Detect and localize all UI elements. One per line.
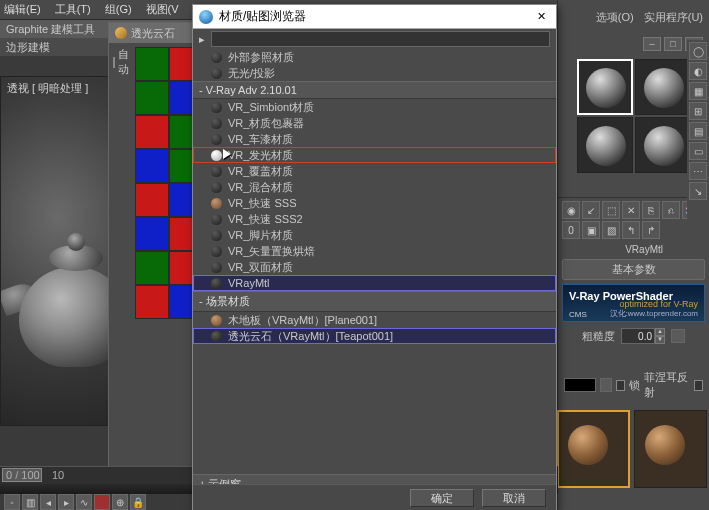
- spin-up-icon[interactable]: ▲: [655, 328, 665, 336]
- show-end-icon[interactable]: ▨: [602, 221, 620, 239]
- roughness-map-button[interactable]: [671, 329, 685, 343]
- make-copy-icon[interactable]: ⎘: [642, 201, 660, 219]
- options-icon[interactable]: ⋯: [689, 162, 707, 180]
- sample-type-icon[interactable]: ◯: [689, 42, 707, 60]
- xyz-lock-icon[interactable]: ⊕: [112, 494, 128, 510]
- material-item[interactable]: VR_双面材质: [193, 259, 556, 275]
- menu-util[interactable]: 实用程序(U): [644, 10, 703, 25]
- sample-slot-2[interactable]: [577, 117, 633, 173]
- material-item-label: VR_覆盖材质: [228, 164, 293, 179]
- reset-icon[interactable]: ✕: [622, 201, 640, 219]
- thumbnail-1[interactable]: [634, 410, 707, 488]
- color-swatch[interactable]: [135, 251, 169, 285]
- roughness-input[interactable]: [621, 328, 655, 344]
- material-item[interactable]: VR_材质包裹器: [193, 115, 556, 131]
- get-material-icon[interactable]: ◉: [562, 201, 580, 219]
- color-swatch[interactable]: [135, 47, 169, 81]
- key-filters-icon[interactable]: ▥: [22, 494, 38, 510]
- sample-slot-0[interactable]: [577, 59, 633, 115]
- menu-edit[interactable]: 编辑(E): [4, 2, 41, 17]
- material-item[interactable]: VR_脚片材质: [193, 227, 556, 243]
- backlight-icon[interactable]: ◐: [689, 62, 707, 80]
- assign-icon[interactable]: ⬚: [602, 201, 620, 219]
- material-item[interactable]: VR_快速 SSS: [193, 195, 556, 211]
- maximize-button[interactable]: □: [664, 37, 682, 51]
- expand-icon[interactable]: ▸: [199, 33, 211, 46]
- thumbnail-0[interactable]: [557, 410, 630, 488]
- material-item[interactable]: VRayMtl: [193, 275, 556, 291]
- menu-views[interactable]: 视图(V: [146, 2, 179, 17]
- material-item-label: VR_发光材质: [228, 148, 293, 163]
- menu-options[interactable]: 选项(O): [596, 10, 634, 25]
- material-item-label: VR_脚片材质: [228, 228, 293, 243]
- scene-material-item[interactable]: 透光云石（VRayMtl）[Teapot001]: [193, 328, 556, 344]
- roughness-spinner[interactable]: ▲▼: [621, 328, 665, 344]
- color-swatch[interactable]: [135, 217, 169, 251]
- menu-group[interactable]: 组(G): [105, 2, 132, 17]
- material-item[interactable]: VR_快速 SSS2: [193, 211, 556, 227]
- material-sphere-icon: [211, 134, 222, 145]
- minimize-button[interactable]: –: [643, 37, 661, 51]
- fresnel-checkbox[interactable]: [694, 380, 703, 391]
- rollout-basic[interactable]: 基本参数: [562, 259, 705, 280]
- tab-poly[interactable]: 边形建模: [6, 40, 50, 55]
- material-item[interactable]: VR_覆盖材质: [193, 163, 556, 179]
- lock-checkbox[interactable]: [616, 380, 625, 391]
- material-item[interactable]: 外部参照材质: [193, 49, 556, 65]
- fresnel-row: 锁 菲涅耳反射: [564, 370, 703, 400]
- prev-key-icon[interactable]: ◂: [40, 494, 56, 510]
- color-swatch[interactable]: [135, 81, 169, 115]
- close-button[interactable]: ✕: [532, 8, 550, 26]
- reflect-map-button[interactable]: [600, 378, 612, 392]
- go-parent-icon[interactable]: ↰: [622, 221, 640, 239]
- material-item-label: VR_材质包裹器: [228, 116, 304, 131]
- material-sphere-icon: [211, 331, 222, 342]
- material-sphere-icon: [211, 68, 222, 79]
- show-in-vp-icon[interactable]: ▣: [582, 221, 600, 239]
- search-input[interactable]: [211, 31, 550, 47]
- next-key-icon[interactable]: ▸: [58, 494, 74, 510]
- sample-slot-1[interactable]: [635, 59, 691, 115]
- selection-lock-icon[interactable]: 🔒: [130, 494, 146, 510]
- material-item[interactable]: VR_车漆材质: [193, 131, 556, 147]
- go-forward-icon[interactable]: ↱: [642, 221, 660, 239]
- material-item[interactable]: VR_混合材质: [193, 179, 556, 195]
- scene-category-header[interactable]: - 场景材质: [193, 291, 556, 312]
- auto-checkbox-row[interactable]: 自动: [113, 47, 127, 77]
- ok-button[interactable]: 确定: [410, 489, 474, 507]
- sample-slot-3[interactable]: [635, 117, 691, 173]
- preview-icon[interactable]: ▭: [689, 142, 707, 160]
- dialog-titlebar[interactable]: 材质/贴图浏览器 ✕: [193, 5, 556, 29]
- color-swatch[interactable]: [135, 115, 169, 149]
- cancel-button[interactable]: 取消: [482, 489, 546, 507]
- reflect-color-swatch[interactable]: [564, 378, 596, 392]
- material-sphere-icon: [211, 230, 222, 241]
- select-icon[interactable]: ↘: [689, 182, 707, 200]
- material-sphere-icon: [211, 214, 222, 225]
- menu-tools[interactable]: 工具(T): [55, 2, 91, 17]
- material-id-icon[interactable]: 0: [562, 221, 580, 239]
- auto-key-button[interactable]: [94, 494, 110, 510]
- color-swatch[interactable]: [135, 149, 169, 183]
- spin-down-icon[interactable]: ▼: [655, 336, 665, 344]
- material-item-label: VR_矢量置换烘焙: [228, 244, 315, 259]
- vray-category-header[interactable]: - V-Ray Adv 2.10.01: [193, 81, 556, 99]
- material-item[interactable]: VR_发光材质: [193, 147, 556, 163]
- roughness-row: 粗糙度 ▲▼: [564, 328, 703, 344]
- uv-tile-icon[interactable]: ⊞: [689, 102, 707, 120]
- mini-curve-icon[interactable]: ∿: [76, 494, 92, 510]
- checkbox-icon[interactable]: [113, 57, 115, 68]
- material-type-label: VRayMtl: [558, 242, 709, 257]
- browser-list[interactable]: 外部参照材质无光/投影 - V-Ray Adv 2.10.01 VR_Simbi…: [193, 49, 556, 485]
- video-check-icon[interactable]: ▤: [689, 122, 707, 140]
- material-item[interactable]: VR_Simbiont材质: [193, 99, 556, 115]
- color-swatch[interactable]: [135, 285, 169, 319]
- background-icon[interactable]: ▦: [689, 82, 707, 100]
- material-item[interactable]: VR_矢量置换烘焙: [193, 243, 556, 259]
- put-to-scene-icon[interactable]: ↙: [582, 201, 600, 219]
- scene-material-item[interactable]: 木地板（VRayMtl）[Plane001]: [193, 312, 556, 328]
- make-unique-icon[interactable]: ⎌: [662, 201, 680, 219]
- set-key-icon[interactable]: ◦: [4, 494, 20, 510]
- material-item[interactable]: 无光/投影: [193, 65, 556, 81]
- color-swatch[interactable]: [135, 183, 169, 217]
